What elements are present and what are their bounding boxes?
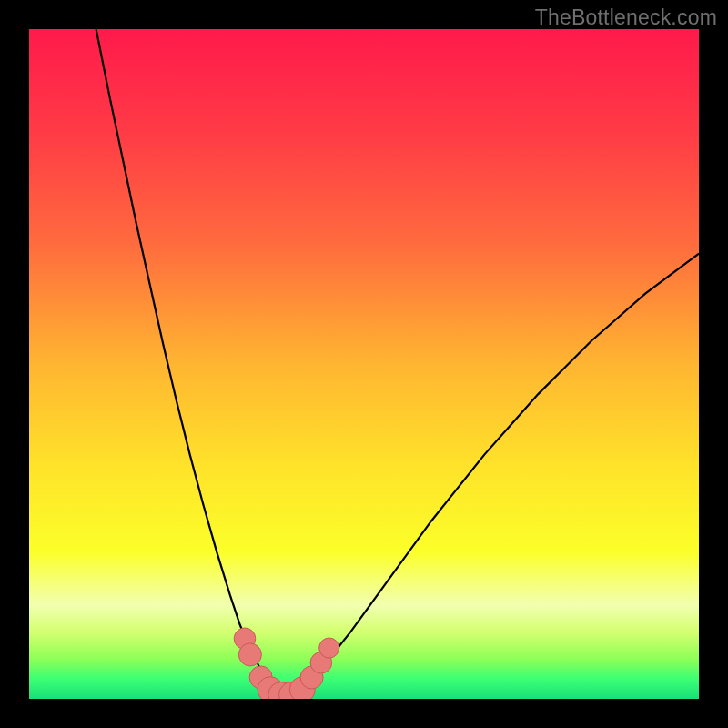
chart-svg [29,29,699,699]
chart-frame: TheBottleneck.com [0,0,728,728]
marker-point [319,638,339,658]
marker-point [238,643,261,666]
watermark-text: TheBottleneck.com [535,5,717,30]
gradient-background [29,29,699,699]
plot-area [29,29,699,699]
